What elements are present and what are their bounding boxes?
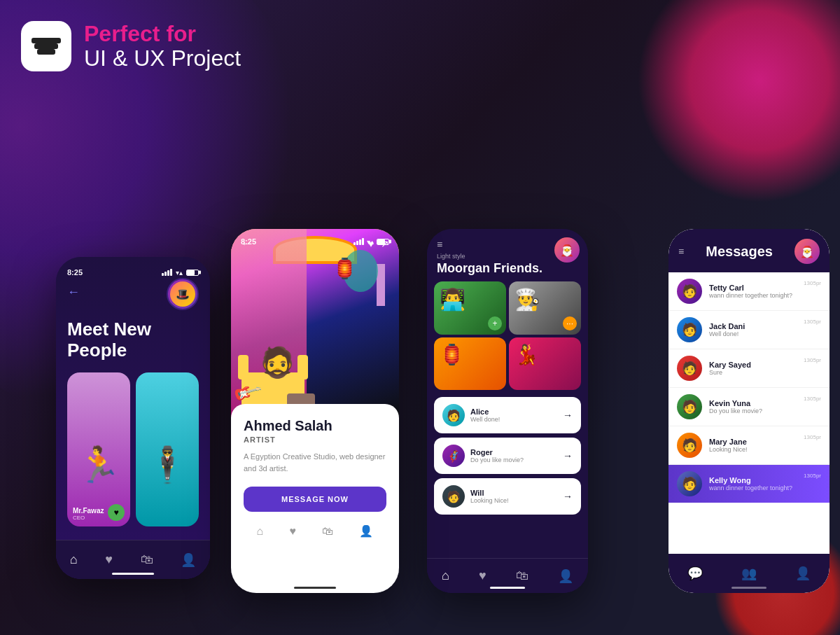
kevin-avatar: 🧑 bbox=[677, 394, 702, 419]
phone3-avatar: 🎅 bbox=[554, 237, 580, 263]
list-item-roger[interactable]: 🦸 Roger Do you like movie? → bbox=[434, 438, 581, 474]
phone2-wifi-icon: ▾▴ bbox=[367, 238, 374, 246]
phone1-cards: 🏃 Mr.Fawaz CEO ♥ 🕴️ bbox=[67, 372, 199, 526]
phone2-content: Ahmed Salah ARTIST A Egyption Creative S… bbox=[231, 404, 399, 593]
phone3-nav: ⌂ ♥ 🛍 👤 bbox=[427, 558, 588, 593]
mary-name: Mary Jane bbox=[709, 438, 797, 446]
phone2-person-role: ARTIST bbox=[244, 435, 386, 444]
card1-label: Mr.Fawaz CEO bbox=[73, 507, 104, 521]
avatar-character: 🎩 bbox=[170, 281, 195, 307]
kevin-text: Do you like movie? bbox=[709, 407, 797, 414]
card1-heart-button[interactable]: ♥ bbox=[108, 504, 125, 521]
signal-icon bbox=[162, 269, 172, 276]
mary-content: Mary Jane Looking Nice! bbox=[709, 438, 797, 453]
card2-figure: 👨‍🍳 bbox=[514, 287, 540, 312]
roger-sub: Do you like movie? bbox=[470, 456, 557, 463]
kevin-content: Kevin Yuna Do you like movie? bbox=[709, 399, 797, 414]
tetty-avatar: 🧑 bbox=[677, 279, 702, 304]
logo-icon bbox=[21, 21, 71, 71]
card1-add-button[interactable]: + bbox=[488, 316, 502, 330]
msg-item-tetty[interactable]: 🧑 Tetty Carl wann dinner together tonigh… bbox=[668, 272, 830, 311]
header-title-regular: UI & UX Project bbox=[84, 46, 241, 71]
phone1-status-icons: ▾▴ bbox=[162, 269, 199, 277]
scene-lamp-icon: 🏮 bbox=[332, 257, 357, 280]
phone2-time: 8:25 bbox=[241, 237, 256, 246]
alice-avatar: 🧑 bbox=[442, 404, 465, 426]
wifi-icon: ▾▴ bbox=[176, 269, 183, 277]
will-arrow-icon: → bbox=[563, 491, 573, 502]
msg-item-kary[interactable]: 🧑 Kary Sayed Sure 1305pr bbox=[668, 349, 830, 388]
phone3-card-2: 👨‍🍳 ··· bbox=[509, 281, 581, 335]
phone2-person-desc: A Egyption Creative Studio, web designer… bbox=[244, 451, 386, 474]
phone3-title: Moorgan Friends. bbox=[437, 261, 578, 276]
card2-add-button[interactable]: ··· bbox=[563, 316, 577, 330]
p4-contacts-icon[interactable]: 👥 bbox=[741, 566, 757, 581]
roger-arrow-icon: → bbox=[563, 450, 573, 461]
p4-person-icon[interactable]: 👤 bbox=[795, 566, 811, 581]
scene-person: 🧔 bbox=[259, 345, 295, 379]
phone1-title: Meet NewPeople bbox=[67, 319, 199, 361]
kelly-name: Kelly Wong bbox=[709, 476, 797, 484]
will-sub: Looking Nice! bbox=[470, 497, 557, 504]
phone3-home-icon[interactable]: ⌂ bbox=[442, 568, 449, 583]
kelly-text: wann dinner together tonight? bbox=[709, 484, 797, 491]
msg-item-kelly[interactable]: 🧑 Kelly Wong wann dinner together tonigh… bbox=[668, 465, 830, 503]
phone3-image-grid: 👨‍💻 + 👨‍🍳 ··· 🏮 💃 bbox=[427, 281, 588, 390]
phone2-nav: ⌂ ♥ 🛍 👤 bbox=[244, 522, 386, 540]
logo-layer-2 bbox=[34, 43, 58, 49]
phone3-home-indicator bbox=[490, 587, 525, 589]
phone2-home-icon[interactable]: ⌂ bbox=[257, 525, 264, 538]
kevin-name: Kevin Yuna bbox=[709, 399, 797, 407]
mary-avatar: 🧑 bbox=[677, 433, 702, 458]
header-text: Perfect for UI & UX Project bbox=[84, 22, 241, 71]
phone1-home-icon[interactable]: ⌂ bbox=[70, 552, 78, 567]
phone2-person-icon[interactable]: 👤 bbox=[359, 524, 373, 538]
scene-sofa-arm-l bbox=[238, 355, 248, 379]
kelly-avatar: 🧑 bbox=[677, 471, 702, 496]
will-avatar: 🧑 bbox=[442, 485, 465, 508]
tetty-text: wann dinner together tonight? bbox=[709, 292, 797, 299]
alice-text: Alice Well done! bbox=[470, 407, 557, 423]
kary-content: Kary Sayed Sure bbox=[709, 361, 797, 376]
battery-icon bbox=[186, 270, 199, 276]
phone4-avatar: 🎅 bbox=[794, 239, 820, 264]
logo-layers bbox=[31, 38, 61, 55]
phone3-heart-icon[interactable]: ♥ bbox=[479, 568, 486, 583]
scene-room: 🧔 🎸 🏮 bbox=[231, 229, 399, 418]
phone2-mockup: 8:25 ▾▴ ← ♥ ↗ bbox=[231, 229, 399, 593]
jack-name: Jack Dani bbox=[709, 322, 797, 330]
msg-item-mary[interactable]: 🧑 Mary Jane Looking Nice! 1305pr bbox=[668, 426, 830, 465]
alice-name: Alice bbox=[470, 407, 557, 416]
jack-time: 1305pr bbox=[804, 319, 821, 325]
scene-sofa-arm-r bbox=[298, 355, 308, 379]
will-name: Will bbox=[470, 489, 557, 497]
tetty-time: 1305pr bbox=[804, 280, 821, 286]
phone1-home-indicator bbox=[112, 573, 154, 575]
phone2-message-button[interactable]: MESSAGE NOW bbox=[244, 487, 386, 512]
phone3-bag-icon[interactable]: 🛍 bbox=[516, 568, 528, 583]
phone1-person-icon[interactable]: 👤 bbox=[181, 552, 196, 568]
phone3-person-icon[interactable]: 👤 bbox=[558, 568, 573, 584]
phone1-inner: 8:25 ▾▴ ← 🎩 Meet NewPeople bbox=[56, 257, 210, 579]
msg-item-jack[interactable]: 🧑 Jack Dani Well done! 1305pr bbox=[668, 311, 830, 349]
card-figure-1: 🏃 bbox=[67, 372, 130, 488]
phone4-nav: 💬 👥 👤 bbox=[668, 554, 830, 593]
card3-figure: 🏮 bbox=[440, 343, 464, 366]
header: Perfect for UI & UX Project bbox=[21, 21, 241, 71]
list-item-will[interactable]: 🧑 Will Looking Nice! → bbox=[434, 478, 581, 515]
card-figure-2: 🕴️ bbox=[136, 372, 199, 488]
list-item-alice[interactable]: 🧑 Alice Well done! → bbox=[434, 397, 581, 433]
phone2-inner: 8:25 ▾▴ ← ♥ ↗ bbox=[231, 229, 399, 593]
alice-arrow-icon: → bbox=[563, 410, 573, 421]
p4-messages-icon[interactable]: 💬 bbox=[687, 566, 703, 581]
tetty-name: Tetty Carl bbox=[709, 284, 797, 292]
mary-text: Looking Nice! bbox=[709, 446, 797, 453]
phone2-heart-icon[interactable]: ♥ bbox=[289, 525, 296, 538]
phone1-time: 8:25 bbox=[67, 268, 83, 277]
msg-item-kevin[interactable]: 🧑 Kevin Yuna Do you like movie? 1305pr bbox=[668, 388, 830, 426]
phone1-heart-icon[interactable]: ♥ bbox=[105, 552, 113, 567]
mary-time: 1305pr bbox=[804, 434, 821, 440]
phone4-menu-icon[interactable]: ≡ bbox=[678, 246, 684, 257]
phone2-bag-icon[interactable]: 🛍 bbox=[322, 525, 333, 538]
phone1-bag-icon[interactable]: 🛍 bbox=[141, 552, 153, 567]
